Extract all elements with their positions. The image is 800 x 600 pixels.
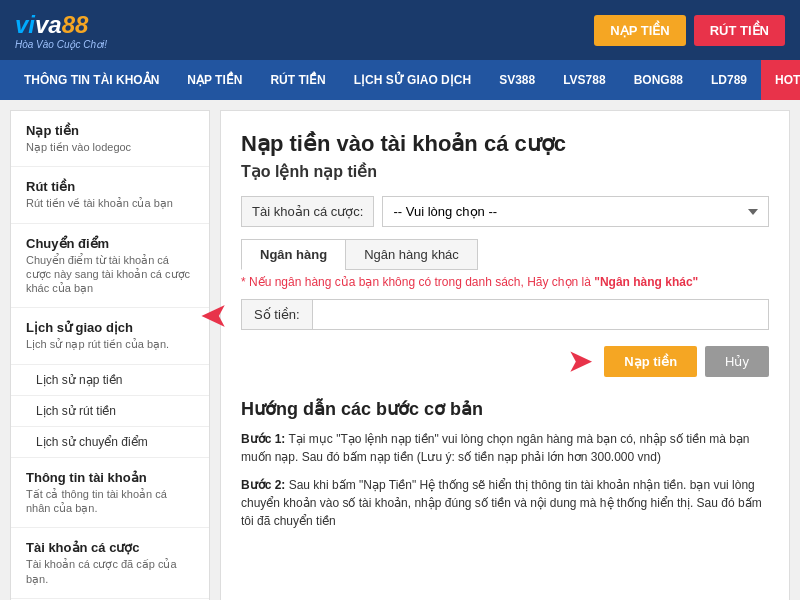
nav-thongtin[interactable]: THÔNG TIN TÀI KHOẢN bbox=[10, 60, 173, 100]
header-ruttien-button[interactable]: RÚT TIỀN bbox=[694, 15, 785, 46]
sidebar-chuyendiem-desc: Chuyển điểm từ tài khoản cá cược này san… bbox=[26, 253, 194, 296]
sidebar-item-lichsu[interactable]: Lịch sử giao dịch Lịch sử nạp rút tiền c… bbox=[11, 308, 209, 364]
amount-section: ➤ Số tiền: bbox=[241, 299, 769, 330]
header: viva88 Hòa Vào Cuộc Chơi! NẠP TIỀN RÚT T… bbox=[0, 0, 800, 60]
content-area: Nạp tiền vào tài khoản cá cược Tạo lệnh … bbox=[220, 110, 790, 600]
sidebar-sub-chuyendiemls[interactable]: Lịch sử chuyển điểm bbox=[11, 427, 209, 458]
nav-bong88[interactable]: BONG88 bbox=[620, 60, 697, 100]
logo-tagline: Hòa Vào Cuộc Chơi! bbox=[15, 39, 107, 50]
guide-step1-text: Tại mục "Tạo lệnh nạp tiền" vui lòng chọ… bbox=[241, 432, 750, 464]
nav-sv388[interactable]: SV388 bbox=[485, 60, 549, 100]
sidebar: Nạp tiền Nạp tiền vào lodegoc Rút tiền R… bbox=[10, 110, 210, 600]
page-title: Nạp tiền vào tài khoản cá cược bbox=[241, 131, 769, 157]
sidebar-item-ruttien[interactable]: Rút tiền Rút tiền về tài khoản của bạn bbox=[11, 167, 209, 223]
amount-input[interactable] bbox=[312, 299, 769, 330]
logo-text: viva88 bbox=[15, 11, 107, 39]
bank-tab-nganhang[interactable]: Ngân hàng bbox=[241, 239, 345, 270]
sidebar-taikhoan-title: Tài khoản cá cược bbox=[26, 540, 194, 555]
nav-lichsu[interactable]: LỊCH SỬ GIAO DỊCH bbox=[340, 60, 485, 100]
guide-section: Hướng dẫn các bước cơ bản Bước 1: Tại mụ… bbox=[241, 398, 769, 530]
arrow-right-icon: ➤ bbox=[568, 345, 591, 378]
sidebar-lichsu-title: Lịch sử giao dịch bbox=[26, 320, 194, 335]
form-subtitle: Tạo lệnh nạp tiền bbox=[241, 162, 769, 181]
sidebar-item-taikhoan[interactable]: Tài khoản cá cược Tài khoản cá cược đã c… bbox=[11, 528, 209, 599]
sidebar-thongtin-title: Thông tin tài khoản bbox=[26, 470, 194, 485]
sidebar-naptien-title: Nạp tiền bbox=[26, 123, 194, 138]
bank-tabs: Ngân hàng Ngân hàng khác bbox=[241, 239, 769, 270]
nav-ld789[interactable]: LD789 bbox=[697, 60, 761, 100]
bank-warning-strong: "Ngân hàng khác" bbox=[594, 275, 698, 289]
sidebar-taikhoan-desc: Tài khoản cá cược đã cấp của bạn. bbox=[26, 557, 194, 586]
amount-label: Số tiền: bbox=[241, 299, 312, 330]
guide-step2-text: Sau khi bấm "Nạp Tiền" Hệ thống sẽ hiển … bbox=[241, 478, 762, 528]
sidebar-thongtin-desc: Tất cả thông tin tài khoản cá nhân của b… bbox=[26, 487, 194, 516]
sidebar-item-chuyendiem[interactable]: Chuyển điểm Chuyển điểm từ tài khoản cá … bbox=[11, 224, 209, 309]
nav-ruttien[interactable]: RÚT TIỀN bbox=[256, 60, 339, 100]
sidebar-chuyendiem-title: Chuyển điểm bbox=[26, 236, 194, 251]
guide-step2-label: Bước 2: bbox=[241, 478, 285, 492]
account-select[interactable]: -- Vui lòng chọn -- bbox=[382, 196, 769, 227]
sidebar-lichsu-desc: Lịch sử nạp rút tiền của bạn. bbox=[26, 337, 194, 351]
logo: viva88 Hòa Vào Cuộc Chơi! bbox=[15, 11, 107, 50]
header-naptien-button[interactable]: NẠP TIỀN bbox=[594, 15, 685, 46]
header-buttons: NẠP TIỀN RÚT TIỀN bbox=[594, 15, 785, 46]
arrow-left-container: ➤ bbox=[201, 297, 226, 332]
sidebar-sub-naptienlss[interactable]: Lịch sử nạp tiền bbox=[11, 365, 209, 396]
guide-step-2: Bước 2: Sau khi bấm "Nạp Tiền" Hệ thống … bbox=[241, 476, 769, 530]
account-label: Tài khoản cá cược: bbox=[241, 196, 374, 227]
bank-tab-khac[interactable]: Ngân hàng khác bbox=[345, 239, 478, 270]
nav-lvs788[interactable]: LVS788 bbox=[549, 60, 619, 100]
naptien-button[interactable]: Nạp tiền bbox=[604, 346, 697, 377]
account-group: Tài khoản cá cược: -- Vui lòng chọn -- bbox=[241, 196, 769, 227]
navbar: THÔNG TIN TÀI KHOẢN NẠP TIỀN RÚT TIỀN LỊ… bbox=[0, 60, 800, 100]
hotline: HOTLINE: 085.355.2222 bbox=[761, 60, 800, 100]
sidebar-item-naptien[interactable]: Nạp tiền Nạp tiền vào lodegoc bbox=[11, 111, 209, 167]
sidebar-ruttien-title: Rút tiền bbox=[26, 179, 194, 194]
sidebar-item-thongtin[interactable]: Thông tin tài khoản Tất cả thông tin tài… bbox=[11, 458, 209, 529]
arrow-left-icon: ➤ bbox=[201, 297, 226, 332]
bank-warning: * Nếu ngân hàng của bạn không có trong d… bbox=[241, 275, 769, 289]
sidebar-sub-ruttienlss[interactable]: Lịch sử rút tiền bbox=[11, 396, 209, 427]
nav-naptien[interactable]: NẠP TIỀN bbox=[173, 60, 256, 100]
huy-button[interactable]: Hủy bbox=[705, 346, 769, 377]
amount-row: Số tiền: bbox=[241, 299, 769, 330]
guide-step-1: Bước 1: Tại mục "Tạo lệnh nạp tiền" vui … bbox=[241, 430, 769, 466]
sidebar-naptien-desc: Nạp tiền vào lodegoc bbox=[26, 140, 194, 154]
guide-step1-label: Bước 1: bbox=[241, 432, 285, 446]
sidebar-ruttien-desc: Rút tiền về tài khoản của bạn bbox=[26, 196, 194, 210]
action-row: ➤ Nạp tiền Hủy bbox=[241, 345, 769, 378]
guide-title: Hướng dẫn các bước cơ bản bbox=[241, 398, 769, 420]
main-content: Nạp tiền Nạp tiền vào lodegoc Rút tiền R… bbox=[0, 100, 800, 600]
